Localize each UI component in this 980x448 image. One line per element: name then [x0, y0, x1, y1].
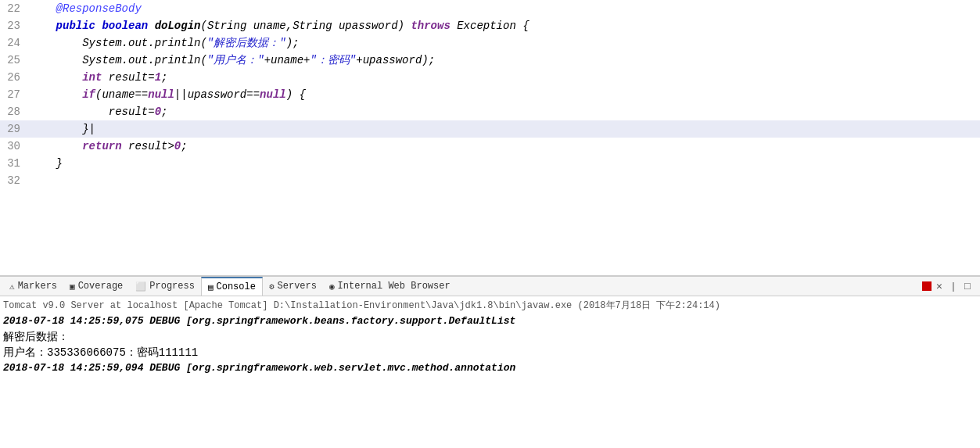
- progress-tab-icon: ⬜: [135, 281, 146, 292]
- servers-tab-icon: ⚙: [269, 281, 275, 292]
- line-number: 28: [0, 103, 30, 120]
- code-line: 22 @ResponseBody: [0, 0, 980, 17]
- line-number: 29: [0, 120, 30, 138]
- line-number: 31: [0, 155, 30, 172]
- tab-markers[interactable]: ⚠Markers: [3, 277, 63, 296]
- code-line: 27 if(uname==null||upassword==null) {: [0, 86, 980, 103]
- code-content: System.out.println("用户名："+uname+"：密码"+up…: [30, 52, 980, 69]
- code-line: 23 public boolean doLogin(String uname,S…: [0, 17, 980, 34]
- line-number: 22: [0, 0, 30, 17]
- coverage-tab-label: Coverage: [78, 281, 124, 292]
- code-line: 30 return result>0;: [0, 138, 980, 155]
- console-content: Tomcat v9.0 Server at localhost [Apache …: [0, 296, 980, 448]
- line-number: 27: [0, 86, 30, 103]
- code-content: public boolean doLogin(String uname,Stri…: [30, 17, 980, 34]
- code-content: System.out.println("解密后数据：");: [30, 34, 980, 52]
- line-number: 25: [0, 52, 30, 69]
- console-tab-icon: ▤: [208, 282, 214, 292]
- code-line: 26 int result=1;: [0, 69, 980, 86]
- code-content: return result>0;: [30, 138, 980, 155]
- line-number: 32: [0, 172, 30, 189]
- progress-tab-label: Progress: [149, 281, 195, 292]
- code-content: }|: [30, 120, 980, 138]
- servers-tab-label: Servers: [278, 281, 317, 292]
- line-number: 23: [0, 17, 30, 34]
- line-number: 30: [0, 138, 30, 155]
- console-log-line: 解密后数据：: [3, 329, 977, 345]
- console-area: ⚠Markers▣Coverage⬜Progress▤Console⚙Serve…: [0, 276, 980, 448]
- markers-tab-icon: ⚠: [9, 281, 15, 292]
- console-tab-label: Console: [217, 281, 256, 292]
- minimize-console-button[interactable]: |: [947, 280, 960, 292]
- code-line: 28 result=0;: [0, 103, 980, 120]
- code-area: 22 @ResponseBody23 public boolean doLogi…: [0, 0, 980, 275]
- code-content: int result=1;: [30, 69, 980, 86]
- console-log-line: 用户名：335336066075：密码111111: [3, 345, 977, 360]
- tab-coverage[interactable]: ▣Coverage: [63, 277, 129, 296]
- code-line: 24 System.out.println("解密后数据：");: [0, 34, 980, 52]
- code-content: }: [30, 155, 980, 172]
- code-line: 29 }|: [0, 120, 980, 138]
- browser-tab-label: Internal Web Browser: [338, 281, 451, 292]
- code-editor: 22 @ResponseBody23 public boolean doLogi…: [0, 0, 980, 276]
- code-content: if(uname==null||upassword==null) {: [30, 86, 980, 103]
- code-line: 32: [0, 172, 980, 189]
- maximize-console-button[interactable]: □: [961, 280, 974, 292]
- console-log-line: 2018-07-18 14:25:59,075 DEBUG [org.sprin…: [3, 314, 977, 329]
- console-tab-bar: ⚠Markers▣Coverage⬜Progress▤Console⚙Serve…: [0, 276, 980, 296]
- console-server-info: Tomcat v9.0 Server at localhost [Apache …: [3, 298, 977, 314]
- line-number: 26: [0, 69, 30, 86]
- tab-browser[interactable]: ◉Internal Web Browser: [323, 277, 457, 296]
- tab-servers[interactable]: ⚙Servers: [263, 277, 323, 296]
- horizontal-scrollbar[interactable]: [0, 275, 980, 276]
- console-log-line: 2018-07-18 14:25:59,094 DEBUG [org.sprin…: [3, 360, 977, 376]
- coverage-tab-icon: ▣: [70, 281, 75, 292]
- close-console-button[interactable]: ✕: [933, 280, 946, 292]
- tab-console[interactable]: ▤Console: [201, 277, 263, 296]
- browser-tab-icon: ◉: [329, 281, 335, 292]
- markers-tab-label: Markers: [18, 281, 57, 292]
- code-line: 25 System.out.println("用户名："+uname+"：密码"…: [0, 52, 980, 69]
- code-line: 31 }: [0, 155, 980, 172]
- code-content: @ResponseBody: [30, 0, 980, 17]
- tab-progress[interactable]: ⬜Progress: [129, 277, 201, 296]
- code-content: result=0;: [30, 103, 980, 120]
- line-number: 24: [0, 34, 30, 52]
- stop-button[interactable]: [922, 281, 932, 291]
- console-toolbar: ✕ | □: [922, 280, 977, 292]
